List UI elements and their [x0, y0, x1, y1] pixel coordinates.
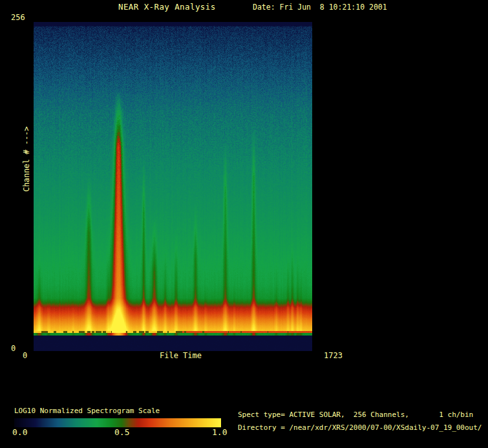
- footer-directory: Directory = /near/xdr/XRS/2000/07-00/XSd…: [238, 424, 482, 432]
- x-axis-min-label: 0: [23, 352, 27, 360]
- header-date: Date: Fri Jun 8 10:21:10 2001: [253, 3, 387, 12]
- x-axis-max-label: 1723: [324, 352, 343, 360]
- page-title: NEAR X-Ray Analysis: [118, 3, 216, 12]
- y-axis-title: Channel # --->: [22, 123, 32, 195]
- y-axis-min-label: 0: [11, 345, 16, 353]
- footer-spect-info: Spect type= ACTIVE SOLAR, 256 Channels, …: [238, 411, 473, 419]
- colorbar-title: LOG10 Normalized Spectrogram Scale: [14, 407, 160, 415]
- colorbar-tick-mid: 0.5: [114, 428, 129, 437]
- app-window: NEAR X-Ray Analysis Date: Fri Jun 8 10:2…: [0, 0, 488, 448]
- y-axis-title-text: Channel # --->: [22, 123, 31, 195]
- y-axis-max-label: 256: [11, 14, 25, 22]
- spectrogram-canvas: [34, 22, 312, 351]
- x-axis-title: File Time: [160, 352, 202, 360]
- colorbar-tick-max: 1.0: [212, 428, 227, 437]
- colorbar-canvas: [14, 418, 221, 427]
- colorbar-tick-min: 0.0: [12, 428, 27, 437]
